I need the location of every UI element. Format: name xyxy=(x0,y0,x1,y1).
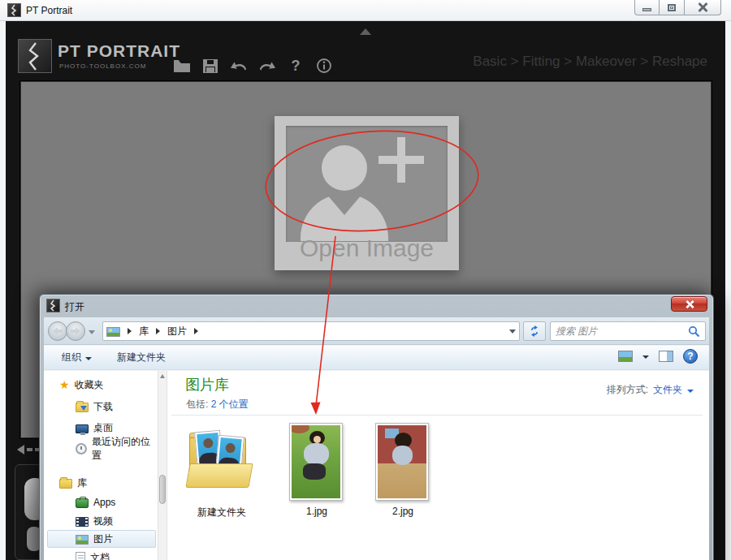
sidebar-item-desktop[interactable]: 桌面 xyxy=(47,419,156,437)
file-name: 1.jpg xyxy=(288,506,345,517)
sidebar-label: 文档 xyxy=(90,551,110,560)
save-icon[interactable] xyxy=(201,57,219,75)
open-image-label: Open Image xyxy=(275,235,459,262)
search-box xyxy=(550,321,706,341)
includes-link[interactable]: 2 个位置 xyxy=(211,398,249,410)
dialog-titlebar[interactable]: 打开 xyxy=(40,295,713,317)
photo-thumbnail xyxy=(289,423,343,501)
redo-icon[interactable] xyxy=(258,57,276,75)
search-icon[interactable] xyxy=(688,325,700,338)
file-tile-2jpg[interactable]: 2.jpg xyxy=(374,421,431,519)
sidebar-label: 视频 xyxy=(93,515,113,528)
file-list-area: 图片库 包括: 2 个位置 排列方式: 文件夹 xyxy=(170,371,709,560)
crumb-pictures[interactable]: 图片 xyxy=(167,325,187,338)
history-dropdown-icon[interactable] xyxy=(89,330,95,334)
sidebar-label: 图片 xyxy=(93,532,113,546)
location-pictures-icon xyxy=(106,327,120,337)
header-separator xyxy=(171,415,703,416)
sidebar-item-recent-places[interactable]: 最近访问的位置 xyxy=(47,440,156,458)
sidebar-item-downloads[interactable]: 下载 xyxy=(47,398,156,416)
crumb-separator-icon xyxy=(128,328,132,334)
views-dropdown-icon[interactable] xyxy=(642,355,649,359)
screen: PT Portrait PT PORTRAIT PHOTO-TOOLBOX.CO… xyxy=(0,0,731,560)
library-includes: 包括: 2 个位置 xyxy=(186,398,249,411)
main-window-titlebar: PT Portrait xyxy=(0,0,731,21)
refresh-button[interactable] xyxy=(523,321,546,341)
address-dropdown-icon[interactable] xyxy=(509,330,516,334)
minimize-button[interactable] xyxy=(634,0,660,15)
sidebar-item-libraries[interactable]: 库 xyxy=(47,474,156,492)
sidebar-label: 下载 xyxy=(93,400,113,414)
open-image-card[interactable]: Open Image xyxy=(275,116,459,270)
app-icon xyxy=(7,3,21,17)
arrange-value[interactable]: 文件夹 xyxy=(653,383,682,397)
scrollbar-thumb[interactable] xyxy=(159,475,166,504)
back-button[interactable] xyxy=(48,321,67,341)
file-name: 新建文件夹 xyxy=(181,506,262,519)
workflow-breadcrumb: Basic > Fitting > Makeover > Reshape xyxy=(473,54,707,70)
file-tile-1jpg[interactable]: 1.jpg xyxy=(288,421,345,519)
person-icon xyxy=(322,145,367,191)
app-logo xyxy=(18,39,52,73)
sidebar-item-apps[interactable]: Apps xyxy=(47,493,156,511)
crumb-libraries[interactable]: 库 xyxy=(139,325,149,338)
crumb-separator-icon xyxy=(194,328,198,334)
sidebar-label: 库 xyxy=(77,476,87,490)
command-bar-right: ? xyxy=(618,349,698,364)
dialog-command-bar: 组织 新建文件夹 ? xyxy=(44,346,709,370)
downloads-folder-icon xyxy=(76,403,89,412)
videos-icon xyxy=(76,517,89,527)
collapse-toolbar-arrow-icon[interactable] xyxy=(360,28,371,35)
address-breadcrumb-bar[interactable]: 库 图片 xyxy=(102,321,520,341)
app-subtitle: PHOTO-TOOLBOX.COM xyxy=(59,62,146,70)
dialog-navigation-bar: 库 图片 xyxy=(44,317,709,345)
sidebar-item-favorites[interactable]: ★ 收藏夹 xyxy=(47,376,156,394)
sidebar-item-documents[interactable]: 文档 xyxy=(47,549,156,560)
sidebar-scrollbar[interactable] xyxy=(158,371,167,560)
documents-icon xyxy=(76,552,85,560)
maximize-button[interactable] xyxy=(660,0,685,15)
dialog-help-icon[interactable]: ? xyxy=(683,349,698,364)
organize-dropdown-icon xyxy=(85,357,92,360)
arrange-dropdown-icon xyxy=(687,390,694,393)
forward-button[interactable] xyxy=(66,321,85,341)
organize-label: 组织 xyxy=(62,351,81,364)
close-x-icon xyxy=(686,300,694,308)
dialog-sidebar: ★ 收藏夹 下载 桌面 最近访问的位置 xyxy=(44,371,167,560)
scroll-up-icon[interactable] xyxy=(160,374,165,378)
folder-thumbnail xyxy=(183,426,257,501)
maximize-icon xyxy=(668,4,676,11)
dialog-main-area: ★ 收藏夹 下载 桌面 最近访问的位置 xyxy=(44,371,709,560)
pan-left-arrow-icon[interactable] xyxy=(17,445,41,454)
minimize-icon xyxy=(642,8,651,11)
open-image-placeholder xyxy=(286,126,448,242)
dialog-content: 库 图片 xyxy=(44,317,709,560)
help-icon[interactable]: ? xyxy=(287,57,305,75)
search-input[interactable] xyxy=(556,323,682,339)
organize-button[interactable]: 组织 xyxy=(62,351,92,364)
file-tile-folder[interactable]: 新建文件夹 xyxy=(181,421,262,519)
photo-thumbnail xyxy=(375,423,429,501)
library-title: 图片库 xyxy=(185,375,229,394)
pictures-icon xyxy=(76,535,89,545)
library-icon xyxy=(59,479,72,489)
window-title: PT Portrait xyxy=(26,5,72,16)
undo-icon[interactable] xyxy=(230,57,248,75)
sidebar-item-videos[interactable]: 视频 xyxy=(47,512,156,530)
info-icon[interactable] xyxy=(315,57,333,75)
file-name: 2.jpg xyxy=(374,506,431,517)
dialog-title: 打开 xyxy=(65,300,84,314)
views-icon[interactable] xyxy=(618,351,633,362)
new-folder-label: 新建文件夹 xyxy=(117,351,166,364)
includes-label: 包括: xyxy=(186,398,208,410)
sidebar-item-pictures[interactable]: 图片 xyxy=(47,530,156,548)
arrange-by[interactable]: 排列方式: 文件夹 xyxy=(607,383,694,397)
close-icon xyxy=(698,2,707,12)
open-file-icon[interactable] xyxy=(173,57,191,75)
sidebar-label: Apps xyxy=(93,497,115,508)
preview-pane-icon[interactable] xyxy=(659,351,673,362)
close-button[interactable] xyxy=(685,0,721,15)
recent-places-icon xyxy=(76,443,87,454)
new-folder-button[interactable]: 新建文件夹 xyxy=(117,351,166,364)
dialog-close-button[interactable] xyxy=(671,296,707,312)
